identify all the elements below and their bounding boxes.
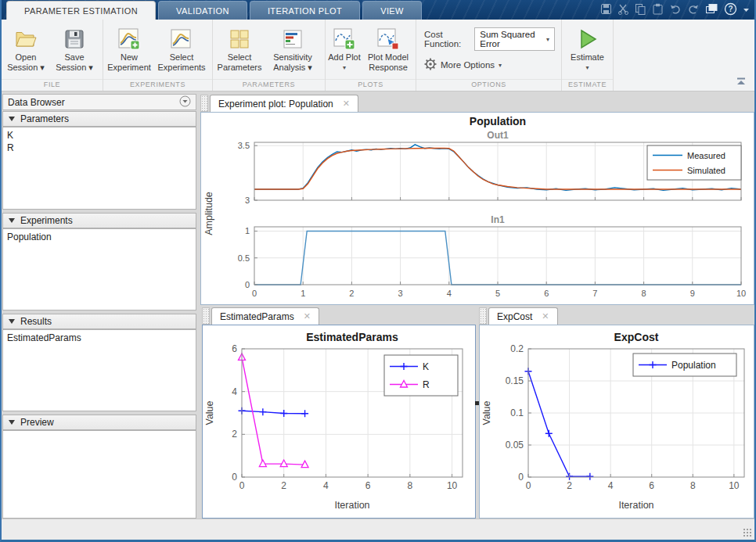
more-options-button[interactable]: More Options [441,60,495,70]
parameters-list[interactable]: K R [2,127,196,210]
select-parameters-label-1: Select [213,52,266,63]
collapse-triangle-icon [9,420,15,425]
new-experiment-button[interactable]: New Experiment [103,23,155,73]
svg-text:In1: In1 [491,214,505,225]
plot-model-response-button[interactable]: Plot Model Response [363,23,413,73]
svg-text:Out1: Out1 [487,130,509,141]
experiment-plot-tab[interactable]: Experiment plot: Population ✕ [210,95,358,112]
close-icon[interactable]: ✕ [542,311,549,321]
svg-text:8: 8 [690,480,696,491]
estimate-button[interactable]: Estimate ▾ [563,23,612,73]
svg-text:4: 4 [323,480,329,491]
save-session-label-2: Session ▾ [50,63,99,73]
help-icon[interactable]: ? [724,2,737,16]
new-experiment-label-1: New [103,52,155,63]
results-section-label: Results [20,316,52,327]
estimate-caret-icon: ▾ [563,63,612,73]
menu-caret-icon[interactable] [743,3,750,15]
collapse-ribbon-icon[interactable] [736,74,747,88]
close-icon[interactable]: ✕ [304,311,311,321]
list-item[interactable]: R [7,142,192,154]
results-list[interactable]: EstimatedParams [2,329,196,411]
svg-text:5: 5 [495,289,500,298]
svg-text:Value: Value [204,400,215,425]
plot-model-response-label-1: Plot Model [363,52,413,63]
estimated-params-tab[interactable]: EstimatedParams ✕ [211,307,319,325]
close-icon[interactable]: ✕ [343,99,350,109]
group-label-plots: PLOTS [326,79,416,91]
section-header-experiments[interactable]: Experiments [2,213,196,228]
list-item[interactable]: K [7,129,192,142]
ribbon-group-options: Cost Function: Sum Squared Error ▾ More … [416,20,562,91]
panel-drag-handle[interactable] [479,307,487,325]
svg-text:10: 10 [729,480,740,491]
save-session-button[interactable]: Save Session ▾ [50,23,99,73]
open-session-label-2: Session ▾ [2,63,50,73]
svg-text:2: 2 [567,480,572,491]
svg-text:0.2: 0.2 [510,343,524,354]
group-label-parameters: PARAMETERS [213,79,325,91]
svg-text:10: 10 [736,289,746,298]
list-item[interactable]: Population [7,231,192,243]
add-plot-caret: ▾ [326,63,363,73]
panel-drag-handle[interactable] [202,307,210,325]
quick-access-toolbar: ? [600,2,750,16]
list-item[interactable]: EstimatedParams [7,332,192,344]
data-browser: Data Browser Parameters K R Experiments … [2,92,197,540]
ribbon-group-estimate: Estimate ▾ ESTIMATE [562,20,614,91]
panel-splitter-handle[interactable] [475,401,479,405]
tab-validation[interactable]: VALIDATION [158,1,247,20]
estimated-params-panel: 02468100246KREstimatedParamsValueIterati… [202,325,476,519]
data-browser-header: Data Browser [2,94,196,110]
ribbon-group-plots: Add Plot ▾ Plot Model Response PLOTS [326,20,416,91]
tab-view[interactable]: VIEW [362,1,422,20]
open-session-label-1: Open [2,52,50,63]
parameters-section-label: Parameters [20,113,69,124]
svg-text:?: ? [728,5,733,13]
group-label-experiments: EXPERIMENTS [103,79,212,91]
main-content: Data Browser Parameters K R Experiments … [2,92,754,540]
preview-section-label: Preview [20,417,54,428]
svg-text:1: 1 [245,226,250,235]
section-header-preview[interactable]: Preview [2,415,196,430]
add-plot-button[interactable]: Add Plot ▾ [326,23,363,73]
sensitivity-analysis-icon [266,26,319,52]
status-bar [2,519,754,540]
windows-icon[interactable] [705,3,718,15]
section-header-parameters[interactable]: Parameters [2,111,196,127]
svg-text:2: 2 [349,289,354,298]
experiment-plot-tab-label: Experiment plot: Population [218,99,333,109]
copy-icon[interactable] [635,3,646,15]
resize-grip[interactable] [743,528,752,537]
save-icon[interactable] [600,3,612,15]
expcost-tab[interactable]: ExpCost ✕ [488,307,558,325]
svg-text:EstimatedParams: EstimatedParams [306,331,398,343]
sensitivity-analysis-button[interactable]: Sensitivity Analysis ▾ [266,23,319,73]
svg-text:ExpCost: ExpCost [614,331,659,343]
svg-text:3: 3 [398,289,403,298]
experiments-list[interactable]: Population [2,228,196,310]
collapse-triangle-icon [9,319,15,324]
ribbon-group-experiments: New Experiment Select Experiments EXPERI… [103,20,213,91]
svg-text:3: 3 [245,196,250,205]
tab-iteration-plot[interactable]: ITERATION PLOT [250,1,360,20]
svg-text:6: 6 [232,343,237,354]
svg-text:0: 0 [252,289,257,298]
paste-icon[interactable] [652,3,664,15]
select-parameters-button[interactable]: Select Parameters [213,23,266,73]
select-experiments-button[interactable]: Select Experiments [155,23,208,73]
panel-drag-handle[interactable] [200,95,208,112]
redo-icon[interactable] [687,3,700,15]
tab-parameter-estimation[interactable]: PARAMETER ESTIMATION [6,1,156,20]
cost-function-dropdown[interactable]: Sum Squared Error ▾ [474,27,555,51]
open-session-button[interactable]: Open Session ▾ [2,23,50,73]
svg-text:2: 2 [281,480,286,491]
svg-text:6: 6 [649,480,654,491]
svg-text:0.5: 0.5 [238,253,250,263]
data-browser-menu-icon[interactable] [179,95,191,109]
section-header-results[interactable]: Results [2,314,196,329]
gear-icon [424,58,437,72]
undo-icon[interactable] [669,3,682,15]
ribbon: Open Session ▾ Save Session ▾ FILE New E… [2,20,754,92]
cut-icon[interactable] [617,3,629,15]
